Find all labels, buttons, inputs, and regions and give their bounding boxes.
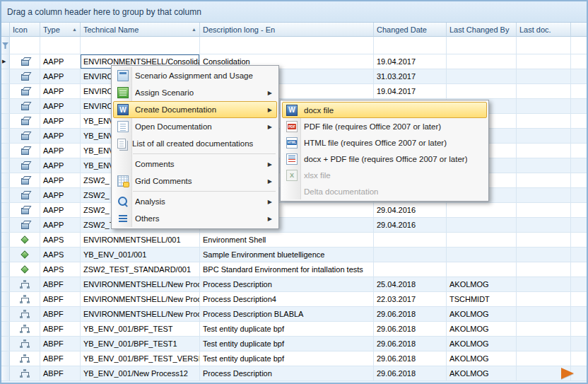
- cell-changed-date[interactable]: 29.04.2016: [374, 218, 447, 233]
- cell-last-doc[interactable]: [517, 203, 571, 218]
- table-row[interactable]: ABPF YB_ENV_001/BPF_TEST1 Test entity du…: [1, 337, 587, 351]
- cell-changed-date[interactable]: 19.04.2017: [374, 54, 447, 69]
- table-row[interactable]: ABPF ENVIRONMENTSHELL/New Proc... Proces…: [1, 277, 587, 292]
- cell-last-changed-by[interactable]: AKOLMOG: [447, 322, 517, 337]
- cell-last-changed-by[interactable]: [447, 262, 517, 277]
- group-by-panel[interactable]: Drag a column header here to group by th…: [1, 1, 587, 23]
- cell-description[interactable]: BPC Standard Environment for intallation…: [200, 262, 374, 277]
- table-row[interactable]: AAPP ENVIRO 19.04.2017: [1, 84, 587, 99]
- column-header[interactable]: Last Changed By: [447, 23, 517, 37]
- context-menu-item[interactable]: Open Documentation: [113, 118, 277, 135]
- filter-cell-last-doc[interactable]: [517, 37, 571, 54]
- cell-description[interactable]: Test entity duplicate bpf: [200, 351, 374, 366]
- table-row[interactable]: AAPS ZSW2_TEST_STANDARD/001 BPC Standard…: [1, 262, 587, 277]
- cell-type[interactable]: AAPP: [40, 84, 81, 99]
- table-row[interactable]: AAPS ENVIRONMENTSHELL/001 Environment Sh…: [1, 233, 587, 248]
- cell-changed-date[interactable]: 31.03.2017: [374, 69, 447, 84]
- cell-last-doc[interactable]: [517, 84, 571, 99]
- context-menu-item[interactable]: List of all created documentations: [113, 135, 277, 152]
- cell-last-doc[interactable]: [517, 173, 571, 188]
- cell-description[interactable]: Test entity duplicate bpf: [200, 322, 374, 337]
- cell-last-doc[interactable]: [517, 144, 571, 158]
- cell-last-changed-by[interactable]: AKOLMOG: [447, 277, 517, 292]
- cell-last-changed-by[interactable]: [447, 248, 517, 262]
- cell-changed-date[interactable]: 22.03.2017: [374, 292, 447, 307]
- cell-type[interactable]: AAPP: [40, 203, 81, 218]
- cell-last-changed-by[interactable]: AKOLMOG: [447, 366, 517, 381]
- context-menu-item[interactable]: Scenario Assignment and Usage: [113, 67, 277, 84]
- cell-type[interactable]: AAPP: [40, 188, 81, 203]
- filter-cell-technical-name[interactable]: [81, 37, 200, 54]
- cell-type[interactable]: AAPP: [40, 144, 81, 158]
- cell-type[interactable]: ABPF: [40, 366, 81, 381]
- submenu-item[interactable]: HTML file (requires Office 2007 or later…: [282, 134, 487, 151]
- cell-changed-date[interactable]: [374, 262, 447, 277]
- cell-changed-date[interactable]: 29.06.2018: [374, 366, 447, 381]
- cell-description[interactable]: Process Description4: [200, 292, 374, 307]
- column-header[interactable]: Technical Name: [81, 23, 200, 37]
- cell-type[interactable]: AAPP: [40, 173, 81, 188]
- column-header[interactable]: Last doc.: [517, 23, 571, 37]
- cell-last-changed-by[interactable]: AKOLMOG: [447, 337, 517, 351]
- cell-changed-date[interactable]: 29.04.2016: [374, 203, 447, 218]
- cell-last-doc[interactable]: [517, 322, 571, 337]
- submenu-item[interactable]: PDF file (requires Office 2007 or later): [282, 118, 487, 134]
- cell-changed-date[interactable]: [374, 233, 447, 248]
- cell-type[interactable]: AAPP: [40, 114, 81, 129]
- column-header[interactable]: Changed Date: [374, 23, 447, 37]
- cell-last-doc[interactable]: [517, 262, 571, 277]
- cell-type[interactable]: AAPP: [40, 158, 81, 173]
- table-row[interactable]: ABPF ENVIRONMENTSHELL/New Proc... Proces…: [1, 292, 587, 307]
- cell-last-doc[interactable]: [517, 233, 571, 248]
- cell-last-doc[interactable]: [517, 69, 571, 84]
- cell-description[interactable]: Process Description BLABLA: [200, 307, 374, 322]
- cell-type[interactable]: ABPF: [40, 307, 81, 322]
- cell-changed-date[interactable]: 19.04.2017: [374, 84, 447, 99]
- cell-last-changed-by[interactable]: [447, 54, 517, 69]
- cell-type[interactable]: AAPS: [40, 248, 81, 262]
- cell-technical-name[interactable]: YB_ENV_001/New Process12: [81, 366, 200, 381]
- cell-changed-date[interactable]: 29.06.2018: [374, 307, 447, 322]
- table-row[interactable]: ABPF YB_ENV_001/BPF_TEST Test entity dup…: [1, 322, 587, 337]
- cell-last-doc[interactable]: [517, 248, 571, 262]
- cell-last-doc[interactable]: [517, 114, 571, 129]
- cell-technical-name[interactable]: ZSW2_TEST_STANDARD/001: [81, 262, 200, 277]
- cell-last-doc[interactable]: [517, 292, 571, 307]
- context-menu-item[interactable]: Create Documentation: [113, 101, 277, 118]
- cell-technical-name[interactable]: YB_ENV_001/BPF_TEST1: [81, 337, 200, 351]
- filter-cell-icon[interactable]: [10, 37, 40, 54]
- cell-technical-name[interactable]: ENVIRONMENTSHELL/001: [81, 233, 200, 248]
- cell-type[interactable]: AAPP: [40, 69, 81, 84]
- cell-last-doc[interactable]: [517, 218, 571, 233]
- cell-last-doc[interactable]: [517, 54, 571, 69]
- cell-type[interactable]: AAPP: [40, 99, 81, 114]
- table-row[interactable]: AAPP ENVIRO 31.03.2017: [1, 69, 587, 84]
- filter-cell-changed-date[interactable]: [374, 37, 447, 54]
- cell-last-changed-by[interactable]: [447, 69, 517, 84]
- cell-technical-name[interactable]: ENVIRONMENTSHELL/New Proc...: [81, 277, 200, 292]
- table-row[interactable]: AAPS YB_ENV_001/001 Sample Environment b…: [1, 248, 587, 262]
- cell-changed-date[interactable]: 29.06.2018: [374, 337, 447, 351]
- cell-last-changed-by[interactable]: TSCHMIDT: [447, 292, 517, 307]
- cell-technical-name[interactable]: YB_ENV_001/BPF_TEST: [81, 322, 200, 337]
- cell-last-changed-by[interactable]: [447, 218, 517, 233]
- cell-last-doc[interactable]: [517, 188, 571, 203]
- cell-description[interactable]: Sample Environment bluetelligence: [200, 248, 374, 262]
- cell-type[interactable]: ABPF: [40, 322, 81, 337]
- context-menu-item[interactable]: Analysis: [113, 193, 277, 210]
- cell-changed-date[interactable]: 29.06.2018: [374, 351, 447, 366]
- cell-last-changed-by[interactable]: [447, 203, 517, 218]
- cell-last-doc[interactable]: [517, 99, 571, 114]
- cell-changed-date[interactable]: 25.04.2018: [374, 277, 447, 292]
- table-row[interactable]: ABPF YB_ENV_001/BPF_TEST_VERSION Test en…: [1, 351, 587, 366]
- cell-last-doc[interactable]: [517, 337, 571, 351]
- cell-changed-date[interactable]: 29.06.2018: [374, 322, 447, 337]
- column-header[interactable]: Description long - En: [200, 23, 374, 37]
- context-menu-item[interactable]: Assign Scenario: [113, 84, 277, 101]
- filter-cell-last-changed-by[interactable]: [447, 37, 517, 54]
- filter-cell-description[interactable]: [200, 37, 374, 54]
- context-menu-item[interactable]: Others: [113, 210, 277, 227]
- cell-description[interactable]: Process Description: [200, 277, 374, 292]
- context-menu-item[interactable]: Grid Comments: [113, 173, 277, 190]
- cell-description[interactable]: Test entity duplicate bpf: [200, 337, 374, 351]
